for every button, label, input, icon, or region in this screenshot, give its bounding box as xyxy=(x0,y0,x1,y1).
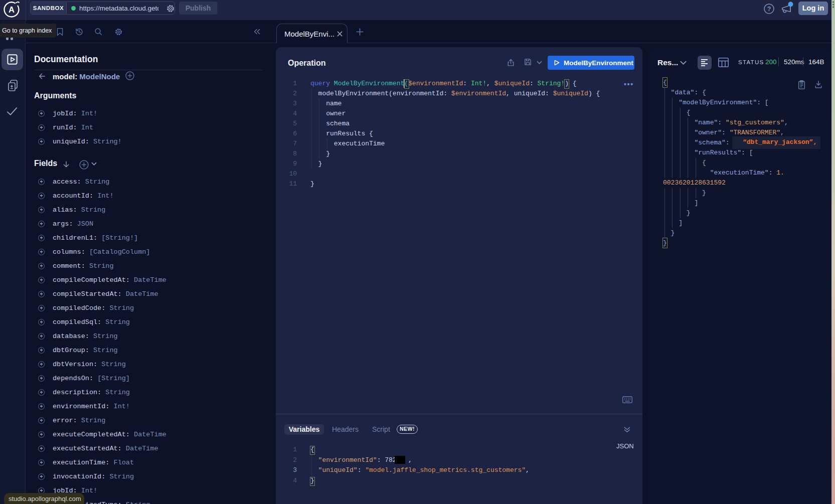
svg-text:?: ? xyxy=(767,6,771,13)
svg-text:A: A xyxy=(9,5,15,14)
